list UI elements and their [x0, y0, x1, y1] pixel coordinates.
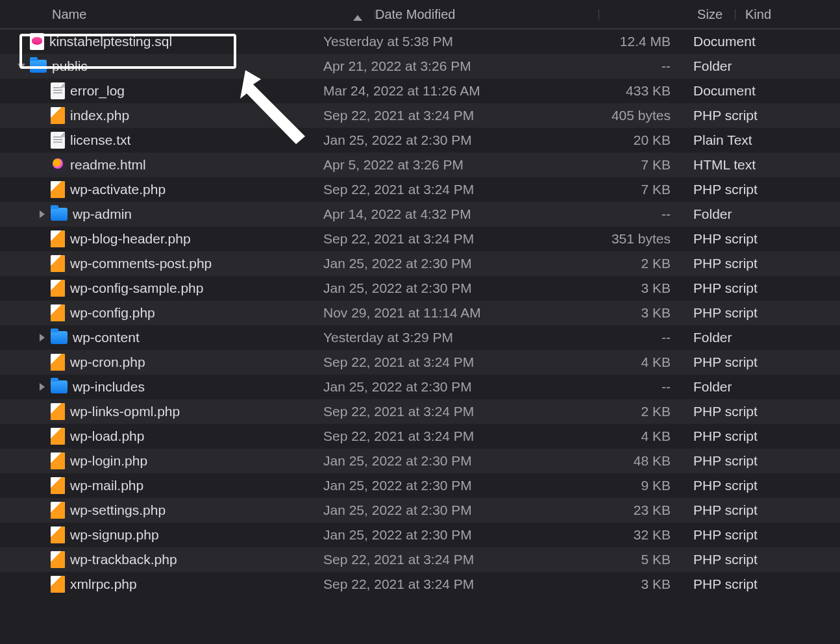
- file-date-label: Sep 22, 2021 at 3:24 PM: [323, 404, 547, 419]
- file-name-label: kinstahelptesting.sql: [49, 34, 172, 49]
- file-date-label: Sep 22, 2021 at 3:24 PM: [323, 428, 547, 444]
- file-row[interactable]: wp-trackback.phpSep 22, 2021 at 3:24 PM5…: [0, 547, 840, 572]
- file-kind-label: PHP script: [684, 453, 840, 469]
- file-row[interactable]: wp-login.phpJan 25, 2022 at 2:30 PM48 KB…: [0, 449, 840, 473]
- file-row[interactable]: wp-settings.phpJan 25, 2022 at 2:30 PM23…: [0, 498, 840, 523]
- column-header-size[interactable]: Size: [599, 6, 735, 22]
- file-name-label: wp-config.php: [70, 305, 155, 321]
- file-row[interactable]: publicApr 21, 2022 at 3:26 PM--Folder: [0, 54, 840, 79]
- file-row[interactable]: wp-activate.phpSep 22, 2021 at 3:24 PM7 …: [0, 177, 840, 202]
- file-size-label: 3 KB: [547, 280, 684, 296]
- file-name-cell: wp-comments-post.php: [0, 255, 323, 272]
- column-header-date-label: Date Modified: [375, 7, 455, 21]
- file-row[interactable]: error_logMar 24, 2022 at 11:26 AM433 KBD…: [0, 79, 840, 103]
- file-name-cell: wp-config-sample.php: [0, 280, 323, 297]
- file-name-cell: public: [0, 58, 323, 74]
- file-size-label: --: [547, 330, 684, 345]
- file-kind-label: PHP script: [684, 182, 840, 197]
- file-kind-label: Folder: [684, 206, 840, 222]
- file-kind-label: PHP script: [684, 256, 840, 271]
- file-row[interactable]: wp-cron.phpSep 22, 2021 at 3:24 PM4 KBPH…: [0, 350, 840, 375]
- text-file-icon: [51, 82, 65, 99]
- file-row[interactable]: wp-comments-post.phpJan 25, 2022 at 2:30…: [0, 251, 840, 276]
- file-date-label: Sep 22, 2021 at 3:24 PM: [323, 182, 547, 197]
- file-date-label: Sep 22, 2021 at 3:24 PM: [323, 354, 547, 370]
- php-file-icon: [51, 304, 65, 321]
- html-file-icon: [51, 156, 65, 173]
- file-row[interactable]: index.phpSep 22, 2021 at 3:24 PM405 byte…: [0, 103, 840, 128]
- php-file-icon: [51, 280, 65, 297]
- file-name-cell: wp-login.php: [0, 452, 323, 469]
- file-kind-label: Folder: [684, 58, 840, 74]
- file-date-label: Jan 25, 2022 at 2:30 PM: [323, 256, 547, 271]
- file-size-label: --: [547, 58, 684, 74]
- file-row[interactable]: wp-signup.phpJan 25, 2022 at 2:30 PM32 K…: [0, 523, 840, 547]
- file-row[interactable]: wp-contentYesterday at 3:29 PM--Folder: [0, 325, 840, 350]
- file-size-label: 2 KB: [547, 404, 684, 419]
- column-header-name-label: Name: [52, 7, 86, 22]
- php-file-icon: [51, 576, 65, 593]
- column-header-name[interactable]: Name: [0, 7, 375, 22]
- file-name-cell: wp-includes: [0, 379, 323, 395]
- php-file-icon: [51, 551, 65, 568]
- file-kind-label: Document: [684, 34, 840, 49]
- file-size-label: 23 KB: [547, 502, 684, 518]
- file-row[interactable]: wp-mail.phpJan 25, 2022 at 2:30 PM9 KBPH…: [0, 473, 840, 498]
- file-date-label: Sep 22, 2021 at 3:24 PM: [323, 552, 547, 567]
- file-row[interactable]: wp-config-sample.phpJan 25, 2022 at 2:30…: [0, 276, 840, 301]
- file-kind-label: PHP script: [684, 280, 840, 296]
- file-name-cell: wp-mail.php: [0, 477, 323, 494]
- sort-ascending-icon: [353, 15, 362, 21]
- column-header-date[interactable]: Date Modified: [375, 6, 599, 22]
- folder-icon: [30, 60, 47, 73]
- file-date-label: Mar 24, 2022 at 11:26 AM: [323, 83, 547, 99]
- file-kind-label: PHP script: [684, 404, 840, 419]
- file-row[interactable]: wp-includesJan 25, 2022 at 2:30 PM--Fold…: [0, 375, 840, 399]
- file-row[interactable]: xmlrpc.phpSep 22, 2021 at 3:24 PM3 KBPHP…: [0, 572, 840, 597]
- file-date-label: Yesterday at 3:29 PM: [323, 330, 547, 345]
- file-name-cell: readme.html: [0, 156, 323, 173]
- file-kind-label: Folder: [684, 379, 840, 395]
- file-row[interactable]: readme.htmlApr 5, 2022 at 3:26 PM7 KBHTM…: [0, 153, 840, 177]
- file-name-label: wp-settings.php: [70, 502, 166, 518]
- php-file-icon: [51, 403, 65, 420]
- column-header-kind[interactable]: Kind: [735, 6, 840, 22]
- file-name-label: wp-load.php: [70, 428, 144, 444]
- file-size-label: 351 bytes: [547, 231, 684, 247]
- file-name-cell: error_log: [0, 82, 323, 99]
- file-name-label: wp-trackback.php: [70, 552, 177, 567]
- file-size-label: 2 KB: [547, 256, 684, 271]
- file-kind-label: PHP script: [684, 428, 840, 444]
- chevron-right-icon[interactable]: [38, 210, 47, 219]
- file-row[interactable]: wp-adminApr 14, 2022 at 4:32 PM--Folder: [0, 202, 840, 227]
- file-name-label: wp-cron.php: [70, 354, 145, 370]
- file-name-label: index.php: [70, 108, 129, 123]
- file-kind-label: Plain Text: [684, 132, 840, 148]
- file-name-cell: wp-settings.php: [0, 502, 323, 519]
- file-name-cell: wp-signup.php: [0, 526, 323, 543]
- file-date-label: Nov 29, 2021 at 11:14 AM: [323, 305, 547, 321]
- file-row[interactable]: wp-links-opml.phpSep 22, 2021 at 3:24 PM…: [0, 399, 840, 424]
- file-row[interactable]: wp-config.phpNov 29, 2021 at 11:14 AM3 K…: [0, 301, 840, 325]
- file-kind-label: Folder: [684, 330, 840, 345]
- chevron-right-icon[interactable]: [38, 333, 47, 342]
- column-divider: [735, 9, 735, 19]
- file-row[interactable]: license.txtJan 25, 2022 at 2:30 PM20 KBP…: [0, 128, 840, 153]
- file-size-label: 12.4 MB: [547, 34, 684, 49]
- file-size-label: 5 KB: [547, 552, 684, 567]
- file-row[interactable]: wp-load.phpSep 22, 2021 at 3:24 PM4 KBPH…: [0, 424, 840, 449]
- file-name-label: wp-config-sample.php: [70, 280, 203, 296]
- chevron-down-icon[interactable]: [17, 62, 26, 71]
- file-name-cell: wp-config.php: [0, 304, 323, 321]
- text-file-icon: [51, 132, 65, 149]
- file-name-label: xmlrpc.php: [70, 576, 137, 592]
- file-date-label: Jan 25, 2022 at 2:30 PM: [323, 280, 547, 296]
- file-name-cell: wp-links-opml.php: [0, 403, 323, 420]
- file-row[interactable]: wp-blog-header.phpSep 22, 2021 at 3:24 P…: [0, 227, 840, 251]
- file-row[interactable]: kinstahelptesting.sqlYesterday at 5:38 P…: [0, 29, 840, 54]
- file-name-cell: wp-admin: [0, 206, 323, 222]
- file-name-cell: license.txt: [0, 132, 323, 149]
- file-name-label: wp-content: [73, 330, 140, 345]
- file-name-label: wp-blog-header.php: [70, 231, 191, 247]
- chevron-right-icon[interactable]: [38, 382, 47, 391]
